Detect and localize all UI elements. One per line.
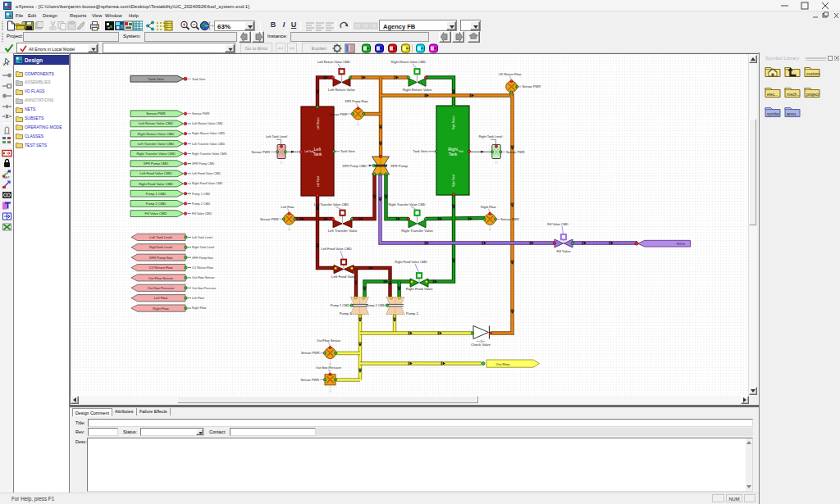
svg-text:Right Feed Valve CMD: Right Feed Valve CMD — [395, 260, 427, 264]
svg-text:Sensor PWR: Sensor PWR — [252, 150, 271, 154]
svg-text:Left Transfer Valve CMD: Left Transfer Valve CMD — [192, 143, 225, 146]
svg-text:Fill Valve CMD: Fill Valve CMD — [145, 211, 167, 216]
svg-text:CV Return Flow: CV Return Flow — [192, 266, 213, 270]
svg-text:Check Valve: Check Valve — [471, 343, 491, 347]
svg-text:Left Feed: Left Feed — [317, 176, 320, 187]
svg-text:Left Feed Valve CMD: Left Feed Valve CMD — [140, 171, 172, 175]
svg-text:elec...: elec... — [767, 92, 778, 97]
svg-text:Right Transfer Valve: Right Transfer Valve — [401, 229, 433, 233]
svg-text:XFR Pump Flow: XFR Pump Flow — [345, 99, 368, 103]
svg-text:Left Flow: Left Flow — [192, 297, 204, 300]
svg-text:Left Flow: Left Flow — [281, 205, 294, 209]
svg-text:Sensor PWR: Sensor PWR — [301, 378, 320, 382]
svg-text:anno..: anno.. — [787, 111, 798, 116]
svg-text:Left Feed Valve CMD: Left Feed Valve CMD — [322, 247, 352, 251]
svg-text:RighTank Level: RighTank Level — [149, 245, 172, 249]
svg-text:Right Return Valve CMD: Right Return Valve CMD — [192, 132, 225, 135]
svg-text:Out Flow Sensor: Out Flow Sensor — [192, 276, 215, 279]
svg-text:Sensor PWR: Sensor PWR — [192, 112, 210, 116]
svg-text:Tank: Tank — [449, 152, 458, 157]
svg-text:custom: custom — [806, 71, 819, 76]
svg-text:Left Return Valve: Left Return Valve — [328, 88, 355, 92]
svg-text:XFR Pump CMD: XFR Pump CMD — [342, 164, 367, 168]
svg-text:Sensor PWR: Sensor PWR — [301, 351, 320, 355]
svg-text:Left Return: Left Return — [317, 117, 320, 129]
svg-text:Right Return Valve: Right Return Valve — [403, 88, 432, 92]
svg-text:Out flow Pressure: Out flow Pressure — [148, 286, 175, 290]
svg-text:Pump 1: Pump 1 — [340, 311, 352, 316]
svg-text:Fuel: Fuel — [459, 150, 463, 153]
svg-text:CV Return Flow: CV Return Flow — [149, 266, 173, 270]
svg-text:Sensor PWR: Sensor PWR — [523, 84, 541, 89]
svg-text:Right Tank Level: Right Tank Level — [192, 246, 214, 249]
svg-text:Sensor PWR: Sensor PWR — [260, 217, 279, 221]
svg-text:XFR Pump flow: XFR Pump flow — [192, 257, 213, 260]
svg-text:Right Flow: Right Flow — [481, 205, 496, 209]
svg-text:project: project — [806, 92, 819, 97]
svg-text:CK Return Flow: CK Return Flow — [499, 72, 522, 76]
svg-text:Right Flow: Right Flow — [192, 306, 207, 310]
svg-text:Fill Valve CMD: Fill Valve CMD — [547, 222, 568, 226]
svg-text:Out Flow Sensor: Out Flow Sensor — [148, 276, 174, 280]
svg-text:Right Transfer Valve CMD: Right Transfer Valve CMD — [136, 152, 175, 156]
svg-text:Left Return Valve CMD: Left Return Valve CMD — [139, 121, 173, 125]
svg-text:Left Transfer Valve: Left Transfer Valve — [328, 229, 358, 233]
svg-text:Left Tank Level: Left Tank Level — [149, 235, 172, 239]
svg-text:Pump 1 CMD: Pump 1 CMD — [331, 303, 350, 307]
svg-text:Out Flow: Out Flow — [496, 362, 511, 366]
svg-text:Right Tank Level: Right Tank Level — [479, 134, 503, 138]
svg-text:XFR Pump CMD: XFR Pump CMD — [192, 162, 215, 166]
svg-text:Sensor PWR: Sensor PWR — [329, 112, 348, 116]
svg-text:Sensor PWR: Sensor PWR — [500, 217, 519, 221]
svg-text:Left Return Valve CMD: Left Return Valve CMD — [192, 122, 223, 125]
svg-text:Right Transfer Valve CMD: Right Transfer Valve CMD — [389, 202, 426, 207]
svg-text:Right Return Valve CMD: Right Return Valve CMD — [391, 60, 426, 64]
svg-text:Pump 1 CMD: Pump 1 CMD — [146, 192, 167, 196]
svg-text:Right Return: Right Return — [452, 116, 455, 129]
svg-text:Right Feed Valve CMD: Right Feed Valve CMD — [192, 182, 223, 185]
svg-text:Out flow Pressure: Out flow Pressure — [192, 287, 216, 290]
svg-text:Out Flow Sensor: Out Flow Sensor — [317, 338, 341, 343]
svg-text:Fill Valve CMD: Fill Valve CMD — [192, 212, 212, 216]
svg-text:Right Return Valve CMD: Right Return Valve CMD — [138, 132, 175, 136]
svg-text:Left Feed Valve: Left Feed Valve — [331, 275, 356, 279]
svg-text:Right Feed Valve CMD: Right Feed Valve CMD — [139, 182, 173, 186]
svg-text:Left Flow: Left Flow — [154, 296, 168, 300]
svg-text:Tank Vent: Tank Vent — [148, 77, 164, 81]
svg-text:Left Tank Level: Left Tank Level — [266, 134, 287, 138]
svg-text:Pump 2 CMD: Pump 2 CMD — [192, 202, 210, 206]
svg-text:XFR Pump CMD: XFR Pump CMD — [144, 161, 169, 166]
svg-text:Left Transfer Valve CMD: Left Transfer Valve CMD — [314, 202, 349, 207]
svg-text:NET: NET — [3, 175, 11, 179]
svg-text:Pump 2 CMD: Pump 2 CMD — [366, 303, 386, 307]
svg-text:Fill Valve: Fill Valve — [556, 249, 571, 253]
svg-text:Tank Vent: Tank Vent — [413, 149, 427, 153]
svg-text:symbo: symbo — [767, 111, 779, 116]
svg-text:Tank Vent: Tank Vent — [192, 78, 205, 81]
svg-text:Left Return Valve CMD: Left Return Valve CMD — [317, 60, 350, 64]
svg-text:Right Feed: Right Feed — [452, 175, 455, 187]
svg-text:Right Flow: Right Flow — [153, 306, 168, 311]
svg-text:Right Feed Valve: Right Feed Valve — [406, 287, 433, 291]
svg-text:Pump 2: Pump 2 — [406, 311, 418, 316]
svg-text:Out flow Pressure: Out flow Pressure — [316, 366, 341, 370]
svg-text:mech...: mech... — [787, 92, 800, 97]
svg-text:Pump 2 CMD: Pump 2 CMD — [146, 202, 167, 206]
svg-text:Left Tank Level: Left Tank Level — [192, 236, 212, 239]
svg-text:Tank: Tank — [313, 152, 322, 157]
svg-text:Left Transfer Valve CMD: Left Transfer Valve CMD — [138, 142, 175, 146]
svg-text:XFR Pump: XFR Pump — [390, 164, 409, 168]
svg-text:Pump 1 CMD: Pump 1 CMD — [192, 193, 210, 196]
svg-text:Sensor PWR: Sensor PWR — [146, 111, 166, 116]
svg-text:Sensor PWR: Sensor PWR — [506, 150, 525, 154]
svg-text:Left Tank: Left Tank — [304, 150, 314, 153]
svg-text:Right Transfer Valve CMD: Right Transfer Valve CMD — [192, 152, 227, 156]
svg-text:XFR Pump flow: XFR Pump flow — [149, 256, 172, 260]
svg-text:Left Feed Valve CMD: Left Feed Valve CMD — [192, 172, 221, 175]
svg-text:Tank Vent: Tank Vent — [340, 149, 355, 153]
svg-text:Fill In: Fill In — [677, 242, 686, 246]
